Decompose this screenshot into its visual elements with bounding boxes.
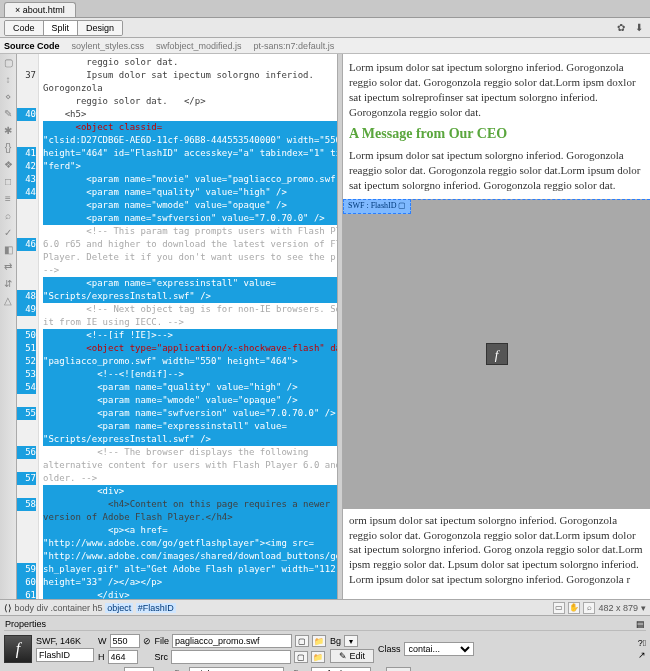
bg-label: Bg bbox=[330, 636, 341, 646]
lock-icon[interactable]: ⊘ bbox=[143, 636, 151, 646]
code-toolbar: ▢ ↕ ⋄ ✎ ✱ {} ❖ □ ≡ ⌕ ✓ ◧ ⇄ ⇵ △ bbox=[0, 54, 17, 599]
dropdown-icon[interactable]: ▾ bbox=[641, 603, 646, 613]
tool-icon[interactable]: △ bbox=[2, 294, 14, 306]
h-label: H bbox=[98, 652, 105, 662]
related-file[interactable]: pt-sans:n7:default.js bbox=[254, 41, 335, 51]
tag-flashid[interactable]: #FlashID bbox=[136, 603, 176, 613]
swf-placeholder[interactable]: SWF : FlashID ▢ f bbox=[343, 199, 650, 509]
design-view[interactable]: Lorm ipsum dolor sat ipectum solorgno in… bbox=[343, 54, 650, 599]
flash-icon: f bbox=[486, 343, 508, 365]
swf-size-label: SWF, 146K bbox=[36, 636, 94, 646]
panel-title: Properties bbox=[5, 619, 46, 629]
zoom-tool-icon[interactable]: ⌕ bbox=[583, 602, 595, 614]
quick-tag-icon[interactable]: ↗ bbox=[638, 650, 646, 660]
tool-icon[interactable]: ❖ bbox=[2, 158, 14, 170]
hand-tool-icon[interactable]: ✋ bbox=[568, 602, 580, 614]
vspace-field[interactable] bbox=[124, 667, 154, 671]
document-tabs: × about.html bbox=[0, 0, 650, 18]
panel-menu-icon[interactable]: ▤ bbox=[636, 619, 645, 629]
tag-object[interactable]: object bbox=[105, 603, 133, 613]
tool-icon[interactable]: ⇄ bbox=[2, 260, 14, 272]
tool-icon[interactable]: ✎ bbox=[2, 107, 14, 119]
view-switch: Code Split Design bbox=[4, 20, 123, 36]
related-file[interactable]: soylent_styles.css bbox=[72, 41, 145, 51]
swf-label: SWF : FlashID ▢ bbox=[343, 199, 411, 214]
properties-panel: Properties ▤ f SWF, 146K W⊘ H File▢📁 Src… bbox=[0, 615, 650, 671]
tag-body[interactable]: body bbox=[15, 603, 35, 613]
tool-icon[interactable]: ≡ bbox=[2, 192, 14, 204]
width-field[interactable] bbox=[110, 634, 140, 648]
source-code-label[interactable]: Source Code bbox=[4, 41, 60, 51]
view-split[interactable]: Split bbox=[44, 21, 79, 35]
class-label: Class bbox=[378, 644, 401, 654]
tag-selector-bar: ⟨⟩ body div .container h5 object #FlashI… bbox=[0, 599, 650, 615]
related-files-bar: Source Code soylent_styles.css swfobject… bbox=[0, 38, 650, 54]
color-swatch[interactable]: ▾ bbox=[344, 635, 358, 647]
browse-icon[interactable]: 📁 bbox=[312, 635, 326, 647]
tag-h5[interactable]: h5 bbox=[93, 603, 103, 613]
line-gutter: 3740414243444648495051525354555657585960… bbox=[17, 54, 39, 599]
file-field[interactable] bbox=[172, 634, 292, 648]
view-code[interactable]: Code bbox=[5, 21, 44, 35]
dimensions-readout: 482 x 879 bbox=[598, 603, 638, 613]
id-field[interactable] bbox=[36, 648, 94, 662]
src-label: Src bbox=[155, 652, 169, 662]
tool-icon[interactable]: □ bbox=[2, 175, 14, 187]
tool-icon[interactable]: ✱ bbox=[2, 124, 14, 136]
folder-icon[interactable]: ▢ bbox=[294, 651, 308, 663]
flash-icon: f bbox=[4, 635, 32, 663]
select-tool-icon[interactable]: ▭ bbox=[553, 602, 565, 614]
code-content[interactable]: reggio solor dat. Ipsum dolor sat ipectu… bbox=[39, 54, 337, 599]
class-select[interactable]: contai... bbox=[404, 642, 474, 656]
file-label: File bbox=[155, 636, 170, 646]
view-bar: Code Split Design ✿ ⬇ bbox=[0, 18, 650, 38]
folder-icon[interactable]: ▢ bbox=[295, 635, 309, 647]
play-button[interactable]: ▶ bbox=[386, 667, 411, 671]
tool-icon[interactable]: ✓ bbox=[2, 226, 14, 238]
tool-icon[interactable]: ⌕ bbox=[2, 209, 14, 221]
tool-icon[interactable]: ▢ bbox=[2, 56, 14, 68]
tool-icon[interactable]: {} bbox=[2, 141, 14, 153]
src-field[interactable] bbox=[171, 650, 291, 664]
gear-icon[interactable]: ✿ bbox=[614, 21, 628, 35]
quality-select[interactable]: High bbox=[189, 667, 284, 671]
tool-icon[interactable]: ◧ bbox=[2, 243, 14, 255]
tag-div[interactable]: div .container bbox=[37, 603, 91, 613]
related-file[interactable]: swfobject_modified.js bbox=[156, 41, 242, 51]
tab-about[interactable]: × about.html bbox=[4, 2, 76, 17]
height-field[interactable] bbox=[108, 650, 138, 664]
paragraph: Lorm ipsum dolor sat ipectum solorgno in… bbox=[349, 60, 644, 119]
tag-path: ⟨⟩ body div .container h5 object #FlashI… bbox=[4, 603, 176, 613]
paragraph: Lorm ipsum dolor sat ipectum solorgno in… bbox=[349, 148, 644, 193]
tool-icon[interactable]: ↕ bbox=[2, 73, 14, 85]
heading-ceo: A Message from Our CEO bbox=[349, 125, 644, 144]
help-icon[interactable]: ?⃝ bbox=[638, 638, 646, 648]
align-select[interactable]: Default bbox=[311, 667, 371, 671]
browse-icon[interactable]: 📁 bbox=[311, 651, 325, 663]
paragraph: orm ipsum dolor sat ipectum solorgno inf… bbox=[349, 513, 644, 587]
code-view[interactable]: 3740414243444648495051525354555657585960… bbox=[17, 54, 337, 599]
tool-icon[interactable]: ⇵ bbox=[2, 277, 14, 289]
edit-button[interactable]: ✎ Edit bbox=[330, 649, 374, 663]
tool-icon[interactable]: ⋄ bbox=[2, 90, 14, 102]
w-label: W bbox=[98, 636, 107, 646]
view-design[interactable]: Design bbox=[78, 21, 122, 35]
download-icon[interactable]: ⬇ bbox=[632, 21, 646, 35]
